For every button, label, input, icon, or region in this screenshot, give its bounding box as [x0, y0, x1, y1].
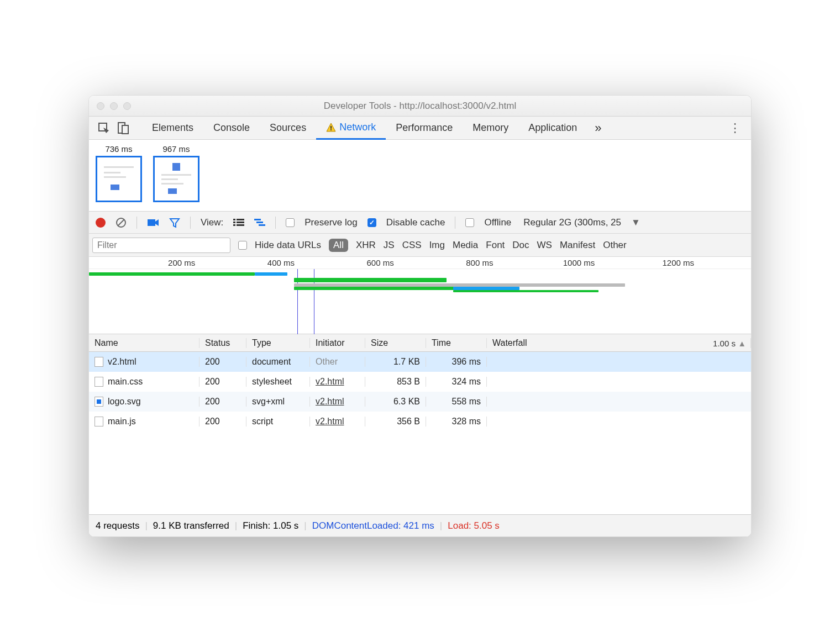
network-toolbar: View: Preserve log Disable cache Offline…: [89, 212, 751, 234]
svg-rect-8: [104, 176, 126, 178]
offline-checkbox[interactable]: [465, 218, 474, 227]
col-name[interactable]: Name: [89, 338, 200, 348]
hide-data-urls-label: Hide data URLs: [255, 240, 321, 251]
panel-tabs: Elements Console Sources Network Perform…: [89, 117, 751, 140]
request-row[interactable]: v2.html 200 document Other 1.7 KB 396 ms: [89, 352, 751, 372]
svg-rect-25: [254, 219, 261, 220]
filmstrip-frame[interactable]: 967 ms: [153, 144, 200, 202]
filter-type-xhr[interactable]: XHR: [356, 240, 376, 251]
clear-icon[interactable]: [116, 217, 127, 228]
svg-rect-22: [237, 222, 244, 223]
filter-bar: Hide data URLs All XHR JS CSS Img Media …: [89, 234, 751, 257]
svg-rect-18: [148, 219, 155, 226]
more-tabs-button[interactable]: »: [587, 121, 609, 135]
svg-rect-13: [161, 178, 178, 180]
dropdown-icon[interactable]: ▼: [631, 217, 641, 228]
col-time[interactable]: Time: [426, 338, 487, 348]
tab-application[interactable]: Application: [518, 117, 587, 140]
col-size[interactable]: Size: [365, 338, 426, 348]
svg-rect-11: [172, 163, 180, 171]
camera-icon[interactable]: [147, 218, 159, 228]
svg-rect-15: [168, 188, 177, 194]
svg-line-17: [118, 219, 124, 226]
status-bar: 4 requests| 9.1 KB transferred| Finish: …: [89, 514, 751, 536]
filter-type-ws[interactable]: WS: [537, 240, 552, 251]
view-label: View:: [201, 217, 223, 228]
col-waterfall[interactable]: Waterfall 1.00 s ▲: [487, 338, 751, 348]
window-title: Developer Tools - http://localhost:3000/…: [89, 101, 751, 112]
svg-rect-20: [237, 219, 244, 220]
summary-transferred: 9.1 KB transferred: [153, 520, 229, 531]
record-button[interactable]: [96, 218, 106, 228]
svg-rect-6: [104, 166, 134, 168]
svg-rect-4: [330, 129, 332, 130]
waterfall-view-icon[interactable]: [254, 218, 265, 227]
throttling-select[interactable]: Regular 2G (300ms, 25: [523, 217, 621, 228]
filter-type-img[interactable]: Img: [429, 240, 445, 251]
tab-performance[interactable]: Performance: [386, 117, 463, 140]
inspect-icon[interactable]: [98, 122, 110, 134]
request-row[interactable]: main.js 200 script v2.html 356 B 328 ms: [89, 412, 751, 431]
table-header: Name Status Type Initiator Size Time Wat…: [89, 334, 751, 352]
request-table: v2.html 200 document Other 1.7 KB 396 ms…: [89, 352, 751, 514]
disable-cache-label: Disable cache: [386, 217, 445, 228]
summary-load: Load: 5.05 s: [448, 520, 500, 531]
filmstrip: 736 ms 967 ms: [89, 140, 751, 212]
col-status[interactable]: Status: [200, 338, 246, 348]
svg-rect-24: [237, 224, 244, 226]
svg-rect-23: [233, 224, 235, 226]
tab-elements[interactable]: Elements: [142, 117, 203, 140]
request-row[interactable]: main.css 200 stylesheet v2.html 853 B 32…: [89, 372, 751, 392]
svg-rect-7: [104, 172, 120, 173]
svg-rect-12: [161, 174, 191, 176]
svg-rect-26: [256, 222, 263, 223]
svg-rect-21: [233, 222, 235, 223]
tab-console[interactable]: Console: [203, 117, 260, 140]
svg-rect-14: [161, 183, 183, 185]
filter-type-media[interactable]: Media: [453, 240, 478, 251]
col-type[interactable]: Type: [246, 338, 310, 348]
svg-rect-5: [99, 160, 138, 198]
filter-input[interactable]: [92, 238, 230, 253]
filter-type-all[interactable]: All: [329, 239, 348, 252]
svg-rect-3: [330, 126, 332, 129]
tab-network[interactable]: Network: [316, 117, 386, 140]
filter-type-doc[interactable]: Doc: [512, 240, 529, 251]
preserve-log-label: Preserve log: [305, 217, 357, 228]
disable-cache-checkbox[interactable]: [368, 218, 376, 227]
request-row[interactable]: logo.svg 200 svg+xml v2.html 6.3 KB 558 …: [89, 392, 751, 412]
list-view-icon[interactable]: [233, 218, 244, 227]
filter-type-js[interactable]: JS: [384, 240, 395, 251]
warning-icon: [326, 123, 336, 133]
titlebar: Developer Tools - http://localhost:3000/…: [89, 96, 751, 117]
sort-icon: ▲: [738, 338, 746, 347]
tab-sources[interactable]: Sources: [260, 117, 316, 140]
filter-type-manifest[interactable]: Manifest: [560, 240, 595, 251]
svg-rect-2: [122, 125, 128, 134]
devtools-window: Developer Tools - http://localhost:3000/…: [88, 95, 752, 537]
settings-menu-button[interactable]: ⋮: [719, 121, 751, 135]
summary-finish: Finish: 1.05 s: [243, 520, 298, 531]
summary-requests: 4 requests: [96, 520, 139, 531]
timeline-overview[interactable]: 200 ms 400 ms 600 ms 800 ms 1000 ms 1200…: [89, 257, 751, 334]
filter-type-css[interactable]: CSS: [402, 240, 422, 251]
tab-memory[interactable]: Memory: [463, 117, 518, 140]
col-initiator[interactable]: Initiator: [310, 338, 365, 348]
svg-rect-9: [111, 185, 119, 190]
summary-domcontentloaded: DOMContentLoaded: 421 ms: [312, 520, 434, 531]
preserve-log-checkbox[interactable]: [286, 218, 295, 227]
offline-label: Offline: [484, 217, 511, 228]
svg-rect-19: [233, 219, 235, 220]
filmstrip-frame[interactable]: 736 ms: [96, 144, 142, 202]
svg-rect-27: [259, 224, 265, 226]
filter-type-font[interactable]: Font: [486, 240, 505, 251]
hide-data-urls-checkbox[interactable]: [238, 241, 247, 250]
device-toolbar-icon[interactable]: [118, 122, 129, 134]
filter-icon[interactable]: [169, 217, 180, 228]
filter-type-other[interactable]: Other: [603, 240, 627, 251]
